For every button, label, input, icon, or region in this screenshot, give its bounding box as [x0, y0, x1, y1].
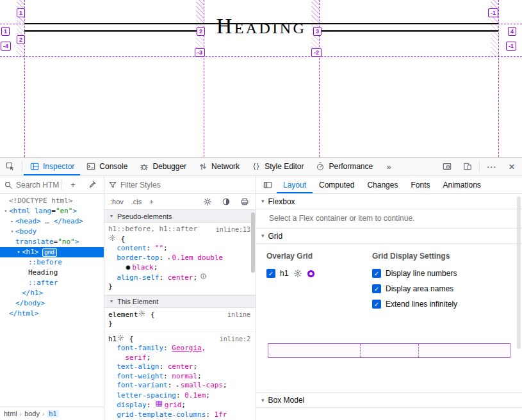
toolbar-tab-inspector[interactable]: Inspector [24, 158, 80, 175]
css-rule-line[interactable]: align-self: center; [108, 273, 253, 283]
css-rule-line[interactable]: font-family: Georgia, [108, 344, 253, 353]
grid-section-header[interactable]: ▾ Grid [256, 229, 522, 244]
responsive-design-button[interactable] [457, 158, 478, 175]
css-rule-line[interactable]: letter-spacing: 0.1em; [108, 391, 253, 401]
markup-node[interactable]: ▸<head> … </head> [0, 216, 104, 227]
markup-node[interactable]: ▾<body [0, 227, 104, 237]
gear-icon[interactable] [108, 234, 117, 241]
css-rule-line[interactable]: { [108, 234, 253, 245]
breadcrumb-item-h1[interactable]: h1 [47, 410, 58, 417]
menu-button[interactable]: ⋯ [481, 158, 502, 175]
p-token: : [163, 344, 172, 352]
toolbar-tab-style-editor[interactable]: Style Editor [245, 158, 309, 175]
stylesheet-source-link[interactable]: inline:2 [220, 335, 250, 344]
print-sim-button[interactable] [236, 195, 253, 209]
sidebar-tab-layout[interactable]: Layout [277, 176, 313, 193]
css-rule-line[interactable]: } [108, 319, 253, 329]
markup-node[interactable]: Heading [0, 268, 104, 278]
more-tabs-button[interactable]: » [379, 158, 399, 175]
stylesheet-source-link[interactable]: inline:13 [216, 225, 250, 235]
css-rule-line[interactable]: font-weight: normal; [108, 372, 253, 382]
color-swatch-black[interactable] [126, 265, 131, 270]
close-devtools-button[interactable]: × [502, 158, 522, 175]
grid-settings-icon[interactable] [293, 268, 303, 279]
grid-line-number-badge: 2 [197, 27, 205, 36]
markup-node[interactable]: ▾<html lang="en"> [0, 206, 104, 216]
gear-icon[interactable] [138, 310, 146, 317]
p-token: ; [154, 263, 158, 271]
checkbox-checked[interactable]: ✓ [372, 269, 381, 278]
css-rule-line[interactable]: } [108, 282, 253, 292]
grid-badge[interactable]: grid [42, 248, 57, 257]
sidebar-tab-changes[interactable]: Changes [361, 176, 404, 193]
markup-node[interactable]: </body> [0, 298, 104, 309]
rules-section-header[interactable]: ▾Pseudo-elements [104, 210, 256, 223]
toolbar-tab-performance[interactable]: Performance [309, 158, 379, 175]
toolbar-tab-debugger[interactable]: Debugger [133, 158, 192, 175]
checkbox-checked[interactable]: ✓ [372, 300, 381, 309]
class-toggle[interactable]: .cls [128, 197, 145, 207]
layout-scrollbar-thumb[interactable] [517, 197, 521, 349]
grid-highlighter-toggle-icon[interactable] [155, 400, 163, 407]
markup-node[interactable]: </h1> [0, 288, 104, 298]
sidebar-toggle-button[interactable] [259, 176, 277, 193]
pseudo-class-toggle[interactable]: :hov [107, 197, 127, 207]
twisty-down-icon[interactable]: ▾ [9, 227, 15, 237]
css-rule-line[interactable]: serif; [108, 353, 253, 363]
markup-node[interactable]: translate="no"> [0, 237, 104, 247]
css-rule-line[interactable]: font-variant: ▸small-caps; [108, 381, 253, 391]
val-token: serif [126, 353, 147, 362]
search-html-input[interactable] [16, 181, 59, 190]
markup-node[interactable]: ::after [0, 278, 104, 288]
twisty-right-icon[interactable]: ▸ [9, 216, 15, 227]
box-model-section-header[interactable]: ▾ Box Model [256, 392, 522, 408]
toolbar-tab-console[interactable]: Console [80, 158, 133, 175]
markup-node[interactable]: </html> [0, 309, 104, 319]
markup-node[interactable]: ▾<h1>grid [0, 247, 104, 257]
overlay-grid-checkbox-h1[interactable]: ✓h1 [266, 269, 372, 278]
sidebar-tab-computed[interactable]: Computed [313, 176, 361, 193]
css-rule-line[interactable]: element {inline [108, 310, 253, 320]
checkbox-checked[interactable]: ✓ [266, 269, 275, 278]
checkbox-checked[interactable]: ✓ [372, 284, 381, 293]
p-token [108, 391, 117, 400]
grid-color-swatch[interactable] [307, 270, 314, 277]
expander-icon[interactable]: ▸ [176, 383, 179, 389]
css-rule-line[interactable]: black; [108, 263, 253, 273]
rules-section-header[interactable]: ▾This Element [104, 295, 256, 308]
twisty-down-icon[interactable]: ▾ [15, 247, 22, 257]
css-rule-line[interactable]: border-top: ▸0.1em double [108, 254, 253, 264]
twisty-down-icon[interactable]: ▾ [3, 206, 9, 216]
rules-scrollbar-thumb[interactable] [251, 213, 255, 273]
css-rule-line[interactable]: content: ""; [108, 244, 253, 254]
css-rule-line[interactable]: h1 {inline:2 [108, 334, 253, 344]
grid-setting-extend-lines-infinitely[interactable]: ✓Extend lines infinitely [372, 300, 512, 309]
sidebar-tab-fonts[interactable]: Fonts [404, 176, 436, 193]
add-node-button[interactable]: + [65, 179, 81, 190]
eyedropper-button[interactable] [84, 179, 101, 191]
iframe-picker-button[interactable] [437, 158, 457, 175]
grid-outline-preview[interactable] [268, 343, 510, 358]
grid-setting-display-area-names[interactable]: ✓Display area names [372, 284, 512, 293]
css-rule-line[interactable]: h1::before, h1::afterinline:13 [108, 225, 253, 234]
light-scheme-sim-button[interactable] [199, 195, 216, 209]
pick-element-button[interactable] [0, 158, 20, 175]
expander-icon[interactable]: ▸ [168, 255, 171, 261]
add-rule-button[interactable]: + [146, 197, 156, 207]
markup-node[interactable]: ::before [0, 257, 104, 268]
sidebar-tab-animations[interactable]: Animations [436, 176, 487, 193]
dark-scheme-sim-button[interactable] [218, 195, 234, 209]
p-token: : [176, 391, 184, 400]
toolbar-tab-network[interactable]: Network [192, 158, 245, 175]
css-rule-line[interactable]: text-align: center; [108, 362, 253, 372]
markup-node[interactable]: <!DOCTYPE html> [0, 196, 104, 206]
breadcrumb-item-html[interactable]: html [4, 410, 17, 417]
css-rule-line[interactable]: grid-template-columns: 1fr [108, 410, 253, 420]
breadcrumb-item-body[interactable]: body [24, 410, 40, 417]
flexbox-section-header[interactable]: ▾ Flexbox [256, 194, 522, 209]
grid-setting-display-line-numbers[interactable]: ✓Display line numbers [372, 269, 512, 278]
gear-icon[interactable] [117, 334, 125, 341]
filter-styles-input[interactable] [120, 181, 252, 190]
css-rule-line[interactable]: display: grid; [108, 400, 253, 410]
stylesheet-source-link[interactable]: inline [227, 311, 250, 320]
